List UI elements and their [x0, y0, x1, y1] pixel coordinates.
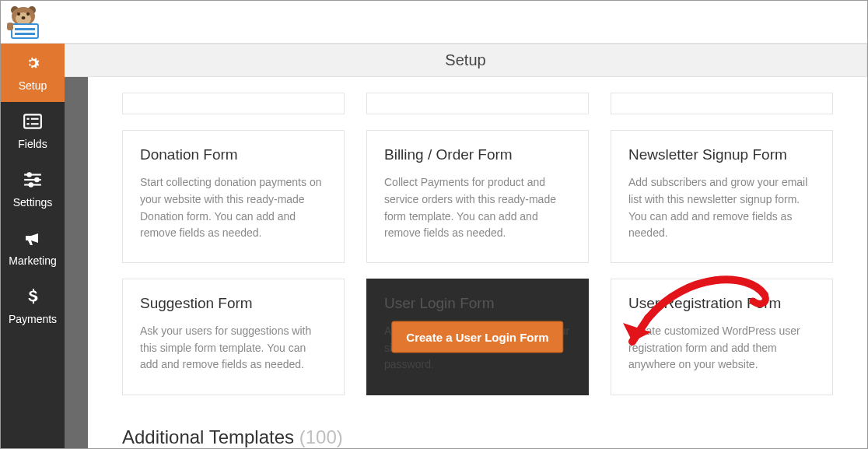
svg-point-6 — [22, 16, 26, 19]
main-area: Setup Fields Settings Marketing — [1, 44, 867, 448]
template-row-partial — [122, 93, 833, 114]
list-icon — [23, 113, 43, 133]
overview-strip — [65, 77, 88, 448]
template-card-desc: Ask your users for suggestions with this… — [140, 323, 327, 374]
svg-point-21 — [29, 182, 34, 188]
gear-icon — [23, 54, 43, 75]
template-card-billing[interactable]: Billing / Order Form Collect Payments fo… — [366, 130, 589, 263]
svg-rect-7 — [12, 24, 38, 38]
sliders-icon — [23, 171, 43, 191]
additional-templates-heading: Additional Templates (100) — [122, 426, 833, 448]
template-card-desc: Start collecting donation payments on yo… — [140, 174, 327, 242]
template-card-title: Billing / Order Form — [384, 146, 571, 163]
template-card-desc: Create customized WordPress user registr… — [628, 323, 815, 374]
template-card-donation[interactable]: Donation Form Start collecting donation … — [122, 130, 345, 263]
content: Setup Donation Form Start collecting don… — [65, 44, 867, 448]
topbar — [1, 1, 867, 44]
svg-rect-8 — [15, 28, 35, 30]
template-card-title: Newsletter Signup Form — [628, 146, 815, 163]
sidebar-item-label: Settings — [13, 196, 53, 209]
sidebar-item-label: Marketing — [9, 254, 56, 267]
template-card-newsletter[interactable]: Newsletter Signup Form Add subscribers a… — [611, 130, 833, 263]
svg-rect-11 — [24, 114, 41, 128]
sidebar-item-setup[interactable]: Setup — [1, 44, 65, 102]
svg-point-20 — [34, 177, 39, 182]
svg-rect-9 — [15, 33, 35, 35]
svg-point-4 — [17, 12, 20, 16]
additional-templates-label: Additional Templates — [122, 426, 294, 447]
sidebar-item-marketing[interactable]: Marketing — [1, 219, 65, 277]
template-card-title: Donation Form — [140, 146, 327, 163]
template-card-user-registration[interactable]: User Registration Form Create customized… — [611, 279, 833, 395]
svg-point-5 — [26, 12, 30, 16]
template-row: Suggestion Form Ask your users for sugge… — [122, 279, 833, 395]
bullhorn-icon — [23, 230, 43, 250]
svg-rect-12 — [26, 118, 29, 119]
template-row: Donation Form Start collecting donation … — [122, 130, 833, 263]
template-card-title: User Login Form — [384, 295, 571, 312]
sidebar: Setup Fields Settings Marketing — [1, 44, 65, 448]
create-user-login-form-button[interactable]: Create a User Login Form — [391, 321, 563, 353]
svg-rect-10 — [7, 23, 13, 30]
scroll-area: Donation Form Start collecting donation … — [65, 77, 867, 448]
sidebar-item-fields[interactable]: Fields — [1, 102, 65, 160]
template-canvas: Donation Form Start collecting donation … — [88, 77, 867, 448]
additional-templates-count: (100) — [299, 426, 343, 447]
dollar-icon — [23, 288, 43, 308]
template-card-peek[interactable] — [122, 93, 345, 114]
template-card-user-login[interactable]: User Login Form Allow your users to easi… — [366, 279, 589, 395]
page-title: Setup — [65, 44, 867, 77]
svg-rect-13 — [31, 118, 39, 119]
sidebar-item-settings[interactable]: Settings — [1, 160, 65, 219]
sidebar-item-label: Fields — [18, 138, 47, 150]
template-card-title: User Registration Form — [628, 295, 815, 312]
template-card-title: Suggestion Form — [140, 295, 327, 312]
app-frame: Setup Fields Settings Marketing — [0, 0, 868, 449]
template-card-desc: Collect Payments for product and service… — [384, 174, 571, 242]
sidebar-item-label: Setup — [19, 79, 47, 92]
template-card-suggestion[interactable]: Suggestion Form Ask your users for sugge… — [122, 279, 345, 395]
svg-point-19 — [26, 172, 32, 177]
template-card-desc: Add subscribers and grow your email list… — [628, 174, 815, 242]
template-card-peek[interactable] — [611, 93, 833, 114]
bear-logo-icon — [7, 4, 43, 40]
template-card-peek[interactable] — [366, 93, 589, 114]
sidebar-item-label: Payments — [9, 313, 57, 325]
svg-rect-15 — [31, 123, 39, 125]
app-logo — [7, 4, 43, 40]
sidebar-item-payments[interactable]: Payments — [1, 277, 65, 335]
svg-rect-14 — [26, 123, 29, 125]
